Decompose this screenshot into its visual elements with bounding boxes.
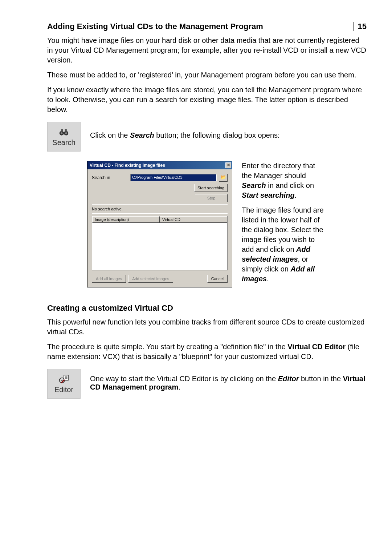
- svg-point-8: [61, 379, 63, 381]
- add-all-images-button[interactable]: Add all images: [92, 275, 126, 283]
- body-paragraph: The procedure is quite simple. You start…: [47, 342, 367, 362]
- search-in-input[interactable]: C:\Program Files\VirtualCD3: [130, 174, 217, 181]
- binoculars-icon: [59, 127, 69, 137]
- divider: [92, 204, 228, 205]
- body-paragraph: These must be added to, or 'registered' …: [47, 70, 367, 80]
- svg-point-6: [65, 132, 67, 134]
- col-image-description[interactable]: Image (description): [92, 216, 160, 223]
- section-title-2: Creating a customized Virtual CD: [47, 303, 367, 313]
- search-in-label: Search in: [92, 175, 128, 180]
- section-title-1: Adding Existing Virtual CDs to the Manag…: [47, 22, 263, 31]
- folder-open-icon: 📂: [220, 174, 226, 180]
- search-status: No search active.: [92, 207, 228, 211]
- svg-rect-2: [63, 132, 65, 133]
- results-list[interactable]: [92, 223, 228, 270]
- search-instruction-text: Click on the Search button; the followin…: [90, 122, 367, 140]
- editor-button-label: Editor: [54, 386, 73, 394]
- add-selected-images-button[interactable]: Add selected images: [128, 275, 173, 283]
- results-list-header: Image (description) Virtual CD: [92, 216, 228, 223]
- stop-button[interactable]: Stop: [195, 194, 228, 202]
- editor-instruction-text: One way to start the Virtual CD Editor i…: [90, 369, 367, 391]
- svg-rect-9: [64, 375, 68, 380]
- body-paragraph: This powerful new function lets you comb…: [47, 317, 367, 337]
- page-number: 15: [354, 22, 367, 31]
- svg-rect-4: [65, 129, 67, 132]
- dialog-side-text: Enter the directory that the Manager sho…: [242, 161, 327, 289]
- svg-rect-3: [61, 129, 63, 132]
- find-images-dialog: Virtual CD - Find existing image files ✕…: [87, 161, 232, 287]
- browse-button[interactable]: 📂: [219, 174, 228, 182]
- close-icon[interactable]: ✕: [225, 162, 231, 168]
- dialog-title: Virtual CD - Find existing image files: [90, 163, 165, 168]
- search-button[interactable]: Search: [47, 122, 81, 152]
- svg-point-5: [61, 132, 62, 134]
- col-virtual-cd[interactable]: Virtual CD: [160, 216, 227, 223]
- body-paragraph: If you know exactly where the image file…: [47, 85, 367, 114]
- divider: [92, 213, 228, 214]
- cancel-button[interactable]: Cancel: [207, 275, 228, 283]
- body-paragraph: You might have image files on your hard …: [47, 36, 367, 65]
- search-button-label: Search: [52, 138, 75, 147]
- dialog-titlebar: Virtual CD - Find existing image files ✕: [87, 161, 232, 169]
- editor-button[interactable]: Editor: [47, 369, 81, 399]
- start-searching-button[interactable]: Start searching: [194, 184, 228, 192]
- editor-icon: [59, 374, 69, 384]
